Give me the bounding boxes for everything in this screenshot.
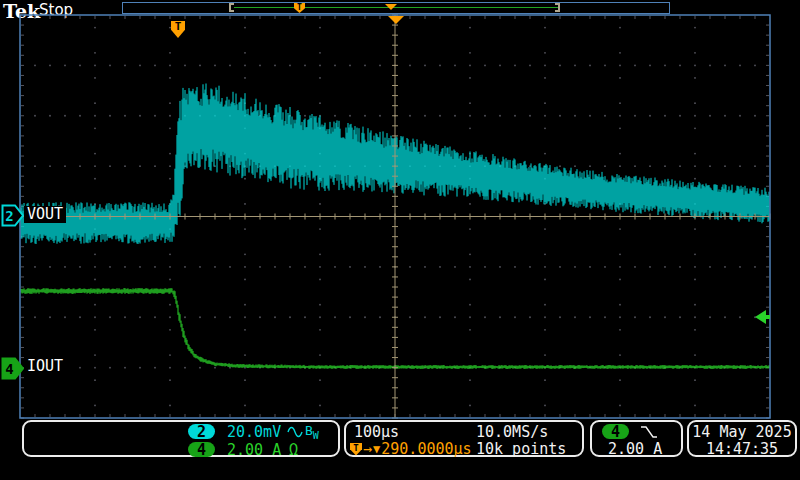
trigger-level-arrow-icon[interactable]	[754, 308, 772, 326]
trigger-source-badge: 4	[602, 424, 629, 439]
ch2-label: VOUT	[24, 206, 66, 223]
impedance-icon: Ω	[289, 442, 298, 458]
ch2-readout-badge: 2	[188, 424, 215, 439]
ch2-marker-number: 2	[5, 208, 13, 224]
time-readout: 14:47:35	[689, 441, 795, 457]
ch4-readout-badge: 4	[188, 442, 215, 457]
delay-cursor-icon: ▼	[373, 441, 380, 457]
horizontal-readouts-box: 100µs 10.0MS/s T → ▼ 290.0000µs 10k poin…	[344, 420, 584, 457]
center-crosshair	[20, 15, 770, 418]
delay-arrow-icon: →	[363, 441, 372, 457]
ch2-vertical-scale: 20.0mV	[227, 424, 281, 440]
ac-coupling-icon	[287, 425, 303, 439]
channel-readouts-box: 2 20.0mV BW 4 2.00 A Ω	[22, 420, 340, 457]
oscilloscope-screen: { "header": { "brand": "Tek", "acq_statu…	[0, 0, 800, 480]
falling-edge-icon	[640, 424, 658, 440]
scope-display	[0, 0, 800, 480]
date-readout: 14 May 2025	[689, 424, 795, 440]
sample-rate-readout: 10.0MS/s	[476, 424, 548, 440]
ch2-position-marker[interactable]: 2	[1, 204, 25, 227]
timebase-readout: 100µs	[354, 424, 399, 440]
trigger-level-readout: 2.00 A	[608, 441, 662, 457]
ch4-marker-number: 4	[5, 361, 13, 377]
trigger-readouts-box: 4 2.00 A	[590, 420, 683, 457]
trigger-position-triangle-icon[interactable]	[388, 16, 404, 24]
record-length-readout: 10k points	[476, 441, 566, 457]
ch4-label: IOUT	[24, 358, 66, 375]
delay-t-icon: T	[350, 443, 362, 456]
bandwidth-limit-icon: BW	[305, 423, 319, 444]
ch4-position-marker[interactable]: 4	[1, 357, 25, 380]
delay-value: 290.0000µs	[381, 441, 471, 457]
ch4-vertical-scale: 2.00 A	[227, 442, 281, 458]
bandwidth-limit-icon-sub: W	[313, 430, 319, 441]
datetime-box: 14 May 2025 14:47:35	[687, 420, 797, 457]
trigger-delay-readout: T → ▼ 290.0000µs	[350, 441, 472, 457]
